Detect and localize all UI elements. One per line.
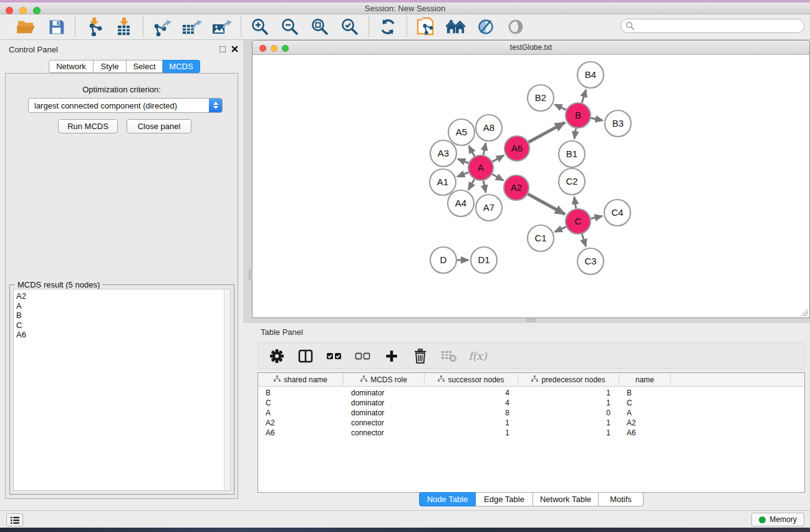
- tab-style[interactable]: Style: [94, 60, 127, 73]
- zoom-out-icon[interactable]: [279, 17, 301, 37]
- result-scrollbar[interactable]: [224, 289, 230, 490]
- table-row[interactable]: Cdominator41C: [258, 398, 804, 408]
- close-panel-icon[interactable]: [231, 46, 238, 52]
- export-image-icon[interactable]: [211, 17, 233, 37]
- column-header-name[interactable]: name: [619, 373, 671, 387]
- tab-motifs[interactable]: Motifs: [599, 492, 644, 506]
- trash-icon[interactable]: [412, 347, 429, 365]
- tab-network-table[interactable]: Network Table: [533, 492, 599, 506]
- mcds-result-item[interactable]: C: [16, 321, 230, 331]
- table-row[interactable]: A2connector11A2: [258, 418, 804, 428]
- mcds-result-item[interactable]: A6: [16, 330, 230, 340]
- select-all-icon[interactable]: [325, 347, 343, 365]
- close-panel-button[interactable]: Close panel: [127, 119, 191, 133]
- tab-network[interactable]: Network: [49, 60, 94, 73]
- edge-C-C3[interactable]: [582, 234, 586, 246]
- mcds-result-item[interactable]: B: [16, 311, 230, 321]
- edge-A-A6[interactable]: [493, 155, 504, 162]
- column-header-predecessor-nodes[interactable]: predecessor nodes: [518, 373, 619, 387]
- edge-A-A5[interactable]: [469, 146, 475, 157]
- table-row[interactable]: A6connector11A6: [258, 428, 804, 438]
- search-input[interactable]: [635, 19, 804, 32]
- edge-B-B3[interactable]: [591, 118, 603, 120]
- refresh-layout-icon[interactable]: [377, 17, 398, 37]
- home-icon[interactable]: [445, 17, 466, 37]
- function-builder-icon[interactable]: f(x): [469, 347, 486, 365]
- network-window-titlebar[interactable]: testGlobe.txt: [253, 41, 809, 55]
- network-canvas[interactable]: B4B2BB3B1A5A8A3A6AA1A4A7A2C2CC4C1C3DD1: [253, 55, 809, 317]
- table-cell: 4: [425, 398, 518, 408]
- tab-edge-table[interactable]: Edge Table: [476, 492, 533, 506]
- column-header-label: predecessor nodes: [541, 375, 605, 384]
- edge-A-A3[interactable]: [458, 159, 468, 163]
- deselect-all-icon[interactable]: [354, 347, 372, 365]
- node-label-C1: C1: [534, 233, 546, 243]
- column-header-label: name: [635, 375, 654, 384]
- float-panel-icon[interactable]: [219, 46, 226, 52]
- node-label-A4: A4: [455, 198, 466, 208]
- titlebar[interactable]: Session: New Session: [0, 2, 810, 14]
- edge-B-B4[interactable]: [582, 90, 586, 103]
- save-session-icon[interactable]: [46, 17, 67, 37]
- column-header-successor-nodes[interactable]: successor nodes: [425, 373, 518, 387]
- edge-C-C1[interactable]: [555, 227, 566, 232]
- edge-B-B1[interactable]: [574, 128, 576, 139]
- memory-button[interactable]: Memory: [751, 513, 804, 526]
- columns-icon[interactable]: [297, 347, 314, 365]
- edge-A-A1[interactable]: [457, 172, 468, 177]
- export-table-icon[interactable]: [181, 17, 203, 37]
- column-type-icon: [531, 375, 538, 384]
- tab-mcds[interactable]: MCDS: [163, 60, 200, 73]
- close-window-button[interactable]: [6, 7, 13, 14]
- resize-grip[interactable]: [801, 309, 808, 316]
- zoom-window-button[interactable]: [33, 7, 41, 14]
- delete-table-icon[interactable]: [440, 347, 458, 365]
- open-file-icon[interactable]: [16, 17, 37, 37]
- network-vertical-scrollbar[interactable]: [249, 269, 253, 279]
- minimize-window-button[interactable]: [19, 7, 27, 14]
- tab-select[interactable]: Select: [127, 60, 163, 73]
- gear-icon[interactable]: [268, 347, 286, 365]
- hide-panel-icon[interactable]: [475, 17, 496, 37]
- edge-B-B2[interactable]: [555, 105, 566, 110]
- edge-A2-C[interactable]: [528, 194, 564, 214]
- network-minimize-button[interactable]: [271, 45, 277, 52]
- edge-A6-B[interactable]: [528, 122, 564, 142]
- edge-A-A4[interactable]: [468, 179, 474, 190]
- mcds-result-item[interactable]: A: [16, 301, 230, 311]
- tab-node-table[interactable]: Node Table: [419, 492, 476, 506]
- edge-A-A7[interactable]: [483, 181, 486, 193]
- zoom-fit-icon[interactable]: [309, 17, 330, 37]
- node-label-A7: A7: [483, 202, 494, 213]
- criterion-select[interactable]: largest connected component (directed): [28, 98, 223, 113]
- export-network-icon[interactable]: [152, 17, 173, 37]
- node-label-B: B: [575, 110, 581, 120]
- zoom-in-icon[interactable]: [249, 17, 271, 37]
- new-network-file-icon[interactable]: [415, 17, 436, 37]
- table-row[interactable]: Bdominator41B: [258, 388, 804, 398]
- network-graph[interactable]: B4B2BB3B1A5A8A3A6AA1A4A7A2C2CC4C1C3DD1: [253, 55, 809, 317]
- network-horizontal-scrollbar[interactable]: [527, 319, 535, 322]
- zoom-selected-icon[interactable]: [339, 17, 360, 37]
- import-table-icon[interactable]: [113, 17, 135, 37]
- add-icon[interactable]: [383, 347, 400, 365]
- edge-C-C4[interactable]: [591, 216, 602, 218]
- network-view-window: testGlobe.txt B4B2BB3B1A5A8A3A6AA1A4A7A2…: [252, 40, 810, 318]
- desktop-edge-bottom: [0, 528, 810, 532]
- edge-C-C2[interactable]: [574, 197, 576, 209]
- network-zoom-button[interactable]: [282, 45, 289, 52]
- toolbar-group: [241, 17, 369, 37]
- mcds-result-item[interactable]: A2: [16, 291, 230, 301]
- table-row[interactable]: Adominator80A: [258, 408, 804, 418]
- search-field[interactable]: [620, 19, 804, 33]
- import-network-icon[interactable]: [84, 17, 105, 37]
- toolbar-group: [369, 17, 407, 37]
- column-header-shared-name[interactable]: shared name: [258, 373, 344, 387]
- run-mcds-button[interactable]: Run MCDS: [58, 119, 118, 133]
- network-close-button[interactable]: [259, 45, 266, 52]
- column-header-MCDS-role[interactable]: MCDS role: [344, 373, 425, 387]
- show-graphics-icon[interactable]: [505, 17, 526, 37]
- edge-A-A2[interactable]: [492, 174, 503, 180]
- hidden-panels-button[interactable]: [6, 513, 23, 526]
- edge-A-A8[interactable]: [483, 143, 486, 155]
